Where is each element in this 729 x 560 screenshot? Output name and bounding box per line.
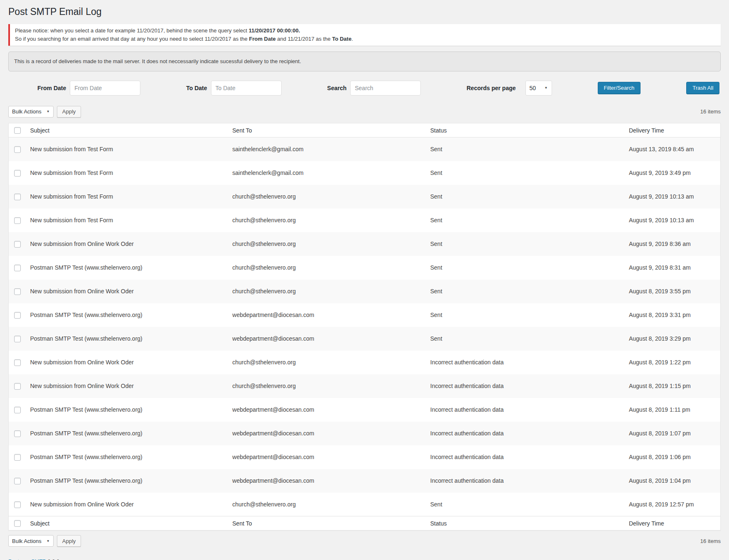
cell-status: Sent [426, 161, 625, 185]
footer-credits: Postman SMTP 2.0.2 Thank you for creatin… [8, 558, 103, 560]
cell-subject: New submission from Online Work Oder [26, 232, 228, 256]
table-row: Postman SMTP Test (www.sthelenvero.org)w… [9, 303, 721, 327]
col-header-delivery-time: Delivery Time [625, 123, 721, 137]
cell-status: Incorrect authentication data [426, 374, 625, 398]
row-checkbox[interactable] [14, 383, 21, 390]
row-checkbox[interactable] [14, 407, 21, 413]
page-footer: Postman SMTP 2.0.2 Thank you for creatin… [8, 558, 721, 560]
cell-sent-to: church@sthelenvero.org [228, 351, 426, 374]
row-checkbox-cell [9, 422, 26, 445]
cell-sent-to: sainthelenclerk@gmail.com [228, 138, 426, 161]
notice-line-2-mid: and 11/21/2017 as the [276, 36, 332, 42]
row-checkbox[interactable] [14, 501, 21, 508]
cell-delivery-time: August 8, 2019 1:11 pm [625, 398, 721, 422]
cell-delivery-time: August 8, 2019 1:15 pm [625, 374, 721, 398]
search-input[interactable] [350, 81, 421, 96]
bulk-actions-select[interactable]: Bulk Actions ▼ [8, 106, 54, 118]
bulk-actions-value: Bulk Actions [12, 538, 42, 544]
notice-line-2-suffix: . [351, 36, 353, 42]
cell-subject: Postman SMTP Test (www.sthelenvero.org) [26, 327, 228, 351]
row-checkbox[interactable] [14, 430, 21, 437]
footer-header-row: Subject Sent To Status Delivery Time [9, 516, 721, 531]
notice-line-2: So if you searching for an email arrived… [15, 35, 716, 43]
cell-sent-to: webdepartment@diocesan.com [228, 398, 426, 422]
to-date-label: To Date [186, 85, 207, 91]
table-row: New submission from Online Work Oderchur… [9, 232, 721, 256]
bulk-actions-select-bottom[interactable]: Bulk Actions ▼ [8, 535, 54, 547]
cell-delivery-time: August 9, 2019 8:36 am [625, 232, 721, 256]
apply-button[interactable]: Apply [57, 106, 81, 118]
row-checkbox-cell [9, 469, 26, 493]
cell-status: Sent [426, 232, 625, 256]
col-header-subject: Subject [26, 123, 228, 137]
cell-delivery-time: August 8, 2019 1:04 pm [625, 469, 721, 493]
cell-delivery-time: August 9, 2019 10:13 am [625, 209, 721, 232]
cell-sent-to: sainthelenclerk@gmail.com [228, 161, 426, 185]
table-row: New submission from Online Work Oderchur… [9, 493, 721, 516]
row-checkbox[interactable] [14, 288, 21, 295]
filter-search-button[interactable]: Filter/Search [598, 82, 641, 94]
cell-sent-to: webdepartment@diocesan.com [228, 327, 426, 351]
cell-sent-to: church@sthelenvero.org [228, 232, 426, 256]
apply-button-bottom[interactable]: Apply [57, 535, 81, 547]
select-all-checkbox[interactable] [14, 127, 21, 134]
trash-all-button[interactable]: Trash All [686, 82, 719, 94]
plugin-version: 2.0.2 [47, 558, 59, 560]
cell-status: Sent [426, 209, 625, 232]
cell-delivery-time: August 8, 2019 1:07 pm [625, 422, 721, 445]
notice-to-date-bold: To Date [332, 36, 351, 42]
row-checkbox[interactable] [14, 454, 21, 461]
table-row: New submission from Online Work Oderchur… [9, 351, 721, 374]
header-row: Subject Sent To Status Delivery Time [9, 123, 721, 137]
cell-status: Incorrect authentication data [426, 398, 625, 422]
select-all-cell [9, 123, 26, 137]
notice-line-1-bold: 11/20/2017 00:00:00. [249, 27, 300, 34]
postman-smtp-link[interactable]: Postman SMTP [8, 558, 46, 560]
notice-line-1-text: Please notice: when you select a date fo… [15, 27, 249, 34]
table-row: New submission from Test Formchurch@sthe… [9, 209, 721, 232]
notice-from-date-bold: From Date [249, 36, 275, 42]
cell-sent-to: webdepartment@diocesan.com [228, 469, 426, 493]
filter-bar: From Date To Date Search Records per pag… [8, 71, 721, 106]
footer-col-subject: Subject [26, 516, 228, 531]
row-checkbox-cell [9, 493, 26, 516]
from-date-input[interactable] [70, 81, 140, 96]
row-checkbox-cell [9, 445, 26, 469]
plugin-credit: Postman SMTP 2.0.2 [8, 558, 103, 560]
cell-delivery-time: August 9, 2019 10:13 am [625, 185, 721, 209]
cell-subject: New submission from Test Form [26, 209, 228, 232]
delivery-info-text: This is a record of deliveries made to t… [14, 58, 301, 64]
cell-sent-to: church@sthelenvero.org [228, 209, 426, 232]
row-checkbox[interactable] [14, 241, 21, 248]
cell-sent-to: webdepartment@diocesan.com [228, 422, 426, 445]
row-checkbox[interactable] [14, 336, 21, 342]
bulk-actions-value: Bulk Actions [12, 108, 42, 115]
select-all-checkbox[interactable] [14, 520, 21, 527]
row-checkbox[interactable] [14, 146, 21, 153]
row-checkbox[interactable] [14, 170, 21, 177]
chevron-down-icon: ▼ [42, 110, 50, 113]
cell-delivery-time: August 13, 2019 8:45 am [625, 138, 721, 161]
tablenav-bottom: Bulk Actions ▼ Apply 16 items [8, 535, 721, 547]
row-checkbox[interactable] [14, 265, 21, 271]
cell-delivery-time: August 8, 2019 3:29 pm [625, 327, 721, 351]
items-count: 16 items [700, 108, 721, 115]
cell-status: Sent [426, 138, 625, 161]
to-date-input[interactable] [211, 81, 282, 96]
row-checkbox[interactable] [14, 194, 21, 200]
cell-status: Sent [426, 185, 625, 209]
row-checkbox-cell [9, 303, 26, 327]
page-title: Post SMTP Email Log [8, 4, 721, 23]
row-checkbox-cell [9, 138, 26, 161]
row-checkbox[interactable] [14, 312, 21, 319]
cell-status: Incorrect authentication data [426, 469, 625, 493]
row-checkbox[interactable] [14, 359, 21, 366]
table-row: Postman SMTP Test (www.sthelenvero.org)c… [9, 256, 721, 280]
row-checkbox[interactable] [14, 217, 21, 224]
cell-subject: New submission from Online Work Oder [26, 493, 228, 516]
row-checkbox[interactable] [14, 478, 21, 484]
table-row: Postman SMTP Test (www.sthelenvero.org)w… [9, 422, 721, 445]
footer-col-delivery-time: Delivery Time [625, 516, 721, 531]
records-per-page-select[interactable]: 50 ▼ [525, 81, 552, 96]
items-count-bottom: 16 items [700, 538, 721, 544]
